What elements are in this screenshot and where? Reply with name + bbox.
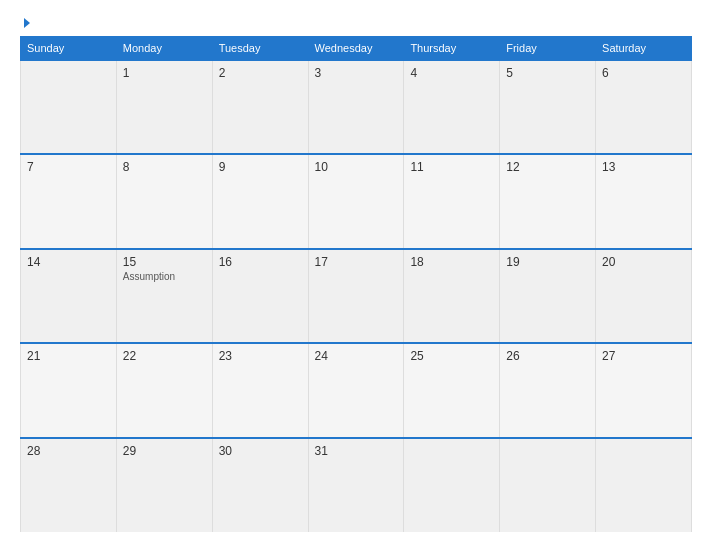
day-number: 7 (27, 160, 110, 174)
day-number: 18 (410, 255, 493, 269)
calendar-week-row: 21222324252627 (21, 343, 692, 437)
calendar-cell: 22 (116, 343, 212, 437)
calendar-cell: 27 (596, 343, 692, 437)
calendar-cell: 1 (116, 60, 212, 154)
day-header-sunday: Sunday (21, 37, 117, 61)
day-number: 4 (410, 66, 493, 80)
day-number: 28 (27, 444, 110, 458)
day-number: 5 (506, 66, 589, 80)
calendar-week-row: 78910111213 (21, 154, 692, 248)
calendar-cell: 7 (21, 154, 117, 248)
calendar-cell: 11 (404, 154, 500, 248)
calendar-cell: 24 (308, 343, 404, 437)
day-number: 23 (219, 349, 302, 363)
calendar-cell: 18 (404, 249, 500, 343)
logo-triangle-icon (24, 18, 30, 28)
calendar-cell: 25 (404, 343, 500, 437)
calendar-cell: 21 (21, 343, 117, 437)
calendar-cell (404, 438, 500, 532)
logo-blue-text (20, 18, 30, 28)
calendar-week-row: 1415Assumption1617181920 (21, 249, 692, 343)
calendar-cell: 4 (404, 60, 500, 154)
day-number: 26 (506, 349, 589, 363)
day-number: 16 (219, 255, 302, 269)
day-number: 30 (219, 444, 302, 458)
calendar-cell: 20 (596, 249, 692, 343)
calendar-cell: 14 (21, 249, 117, 343)
calendar-cell: 13 (596, 154, 692, 248)
calendar-cell: 29 (116, 438, 212, 532)
calendar-cell: 12 (500, 154, 596, 248)
calendar-cell: 19 (500, 249, 596, 343)
day-number: 17 (315, 255, 398, 269)
day-number: 12 (506, 160, 589, 174)
day-number: 15 (123, 255, 206, 269)
calendar-cell: 3 (308, 60, 404, 154)
day-number: 20 (602, 255, 685, 269)
calendar-table: SundayMondayTuesdayWednesdayThursdayFrid… (20, 36, 692, 532)
day-header-thursday: Thursday (404, 37, 500, 61)
day-number: 22 (123, 349, 206, 363)
calendar-cell: 10 (308, 154, 404, 248)
day-header-saturday: Saturday (596, 37, 692, 61)
day-number: 21 (27, 349, 110, 363)
calendar-week-row: 28293031 (21, 438, 692, 532)
day-number: 2 (219, 66, 302, 80)
day-number: 14 (27, 255, 110, 269)
day-header-friday: Friday (500, 37, 596, 61)
calendar-cell: 2 (212, 60, 308, 154)
day-number: 31 (315, 444, 398, 458)
calendar-cell: 15Assumption (116, 249, 212, 343)
calendar-cell: 6 (596, 60, 692, 154)
day-header-wednesday: Wednesday (308, 37, 404, 61)
calendar-cell (596, 438, 692, 532)
day-number: 9 (219, 160, 302, 174)
calendar-cell: 30 (212, 438, 308, 532)
day-number: 10 (315, 160, 398, 174)
day-number: 19 (506, 255, 589, 269)
calendar-week-row: 123456 (21, 60, 692, 154)
day-number: 11 (410, 160, 493, 174)
calendar-body: 123456789101112131415Assumption161718192… (21, 60, 692, 532)
day-number: 6 (602, 66, 685, 80)
calendar-cell: 28 (21, 438, 117, 532)
holiday-label: Assumption (123, 271, 206, 282)
calendar-cell: 23 (212, 343, 308, 437)
calendar-cell (21, 60, 117, 154)
day-number: 29 (123, 444, 206, 458)
calendar-cell: 5 (500, 60, 596, 154)
calendar-cell: 17 (308, 249, 404, 343)
day-header-monday: Monday (116, 37, 212, 61)
calendar-cell (500, 438, 596, 532)
logo (20, 18, 30, 28)
day-number: 24 (315, 349, 398, 363)
calendar-header (20, 18, 692, 28)
calendar-cell: 16 (212, 249, 308, 343)
calendar-cell: 26 (500, 343, 596, 437)
calendar-cell: 31 (308, 438, 404, 532)
day-number: 3 (315, 66, 398, 80)
calendar-cell: 8 (116, 154, 212, 248)
day-number: 27 (602, 349, 685, 363)
day-number: 1 (123, 66, 206, 80)
day-number: 25 (410, 349, 493, 363)
calendar-cell: 9 (212, 154, 308, 248)
day-number: 8 (123, 160, 206, 174)
day-header-tuesday: Tuesday (212, 37, 308, 61)
calendar-header-row: SundayMondayTuesdayWednesdayThursdayFrid… (21, 37, 692, 61)
day-number: 13 (602, 160, 685, 174)
